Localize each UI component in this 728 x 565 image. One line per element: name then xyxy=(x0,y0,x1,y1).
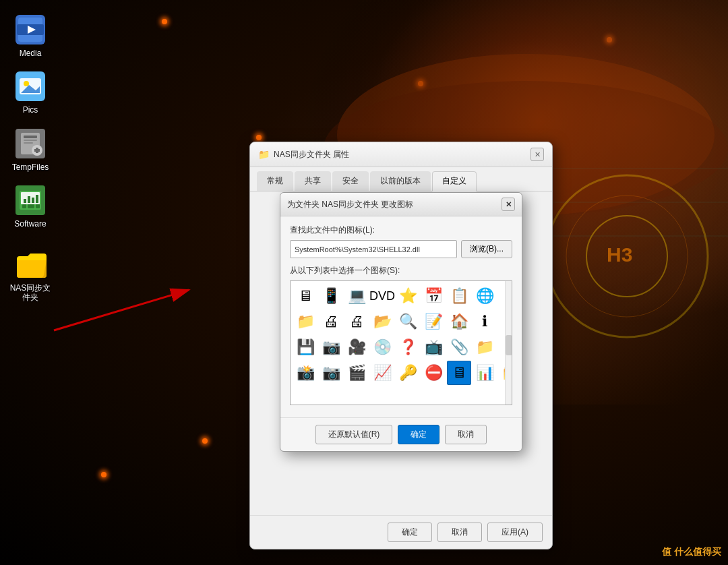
cid-ok-button[interactable]: 确定 xyxy=(398,425,439,444)
media-icon xyxy=(14,13,47,46)
tempfiles-icon xyxy=(14,127,47,160)
icon-cell-12[interactable]: 📂 xyxy=(370,309,394,334)
cid-close-button[interactable]: ✕ xyxy=(502,198,515,211)
media-label: Media xyxy=(20,49,42,58)
properties-close-button[interactable]: ✕ xyxy=(530,148,544,161)
icon-cell-21[interactable]: 💿 xyxy=(370,335,394,359)
cid-path-row: 浏览(B)... xyxy=(290,240,512,258)
svg-text:H3: H3 xyxy=(607,243,632,266)
cid-browse-button[interactable]: 浏览(B)... xyxy=(461,240,512,258)
icon-cell-32[interactable]: ⛔ xyxy=(421,361,446,385)
icon-cell-20[interactable]: 🎥 xyxy=(344,335,369,359)
icon-cell-27[interactable]: 📸 xyxy=(293,361,317,385)
titlebar-left: 📁 NAS同步文件夹 属性 xyxy=(258,149,349,160)
cid-titlebar: 为文件夹 NAS同步文件夹 更改图标 ✕ xyxy=(280,193,522,216)
icon-cell-30[interactable]: 📈 xyxy=(370,361,394,385)
icon-cell-0[interactable]: 🖥 xyxy=(293,284,317,308)
icon-cell-10[interactable]: 🖨 xyxy=(319,309,343,334)
icon-grid-container[interactable]: 🖥 📱 💻 DVD ⭐ 📅 📋 🌐 ❓ 📁 🖨 🖨 📂 🔍 📝 xyxy=(290,280,512,405)
change-icon-dialog: 为文件夹 NAS同步文件夹 更改图标 ✕ 查找此文件中的图标(L): 浏览(B)… xyxy=(280,192,522,452)
tab-previous[interactable]: 以前的版本 xyxy=(370,171,431,191)
sparkle-1 xyxy=(162,19,167,24)
svg-point-16 xyxy=(24,81,29,86)
svg-rect-21 xyxy=(24,140,37,141)
tempfiles-label: TempFiles xyxy=(12,162,49,172)
tab-general[interactable]: 常规 xyxy=(257,171,293,191)
icon-cell-19[interactable]: 📷 xyxy=(319,335,343,359)
cid-title: 为文件夹 NAS同步文件夹 更改图标 xyxy=(287,199,413,210)
svg-rect-34 xyxy=(32,198,34,203)
icon-cell-28[interactable]: 📷 xyxy=(319,361,343,385)
pics-icon xyxy=(14,70,47,102)
svg-rect-35 xyxy=(36,195,38,203)
svg-rect-29 xyxy=(22,204,26,208)
icon-cell-16[interactable]: ℹ xyxy=(473,309,497,334)
pics-label: Pics xyxy=(23,105,38,115)
properties-footer: 确定 取消 应用(A) xyxy=(250,515,552,549)
icon-cell-34[interactable]: 📊 xyxy=(473,361,497,385)
tab-customize[interactable]: 自定义 xyxy=(432,171,477,191)
folder-icon-small: 📁 xyxy=(258,149,270,160)
icon-cell-3[interactable]: DVD xyxy=(370,284,394,308)
cid-content: 查找此文件中的图标(L): 浏览(B)... 从以下列表中选择一个图标(S): … xyxy=(280,216,522,417)
icon-cell-33[interactable]: 🖥 xyxy=(447,361,471,385)
properties-ok-button[interactable]: 确定 xyxy=(388,523,432,542)
svg-rect-22 xyxy=(24,142,33,144)
desktop-icons: Media Pics xyxy=(3,13,57,302)
red-arrow xyxy=(47,283,216,337)
icon-cell-4[interactable]: ⭐ xyxy=(396,284,420,308)
properties-cancel-button[interactable]: 取消 xyxy=(437,523,482,542)
icon-cell-22[interactable]: ❓ xyxy=(396,335,420,359)
icon-cell-14[interactable]: 📝 xyxy=(421,309,446,334)
icon-grid: 🖥 📱 💻 DVD ⭐ 📅 📋 🌐 ❓ 📁 🖨 🖨 📂 🔍 📝 xyxy=(291,281,512,388)
icon-cell-23[interactable]: 📺 xyxy=(421,335,446,359)
desktop: H3 Media xyxy=(0,0,728,565)
icon-cell-7[interactable]: 🌐 xyxy=(473,284,497,308)
icon-cell-11[interactable]: 🖨 xyxy=(344,309,369,334)
tab-security[interactable]: 安全 xyxy=(332,171,369,191)
sparkle-5 xyxy=(101,472,107,477)
nas-folder-icon xyxy=(14,248,47,280)
icon-cell-2[interactable]: 💻 xyxy=(344,284,369,308)
icon-cell-25[interactable]: 📁 xyxy=(473,335,497,359)
properties-title: NAS同步文件夹 属性 xyxy=(274,149,349,160)
svg-rect-33 xyxy=(28,196,30,203)
svg-line-37 xyxy=(54,290,189,330)
cid-path-input[interactable] xyxy=(290,240,457,258)
icon-cell-13[interactable]: 🔍 xyxy=(396,309,420,334)
icon-cell-6[interactable]: 📋 xyxy=(447,284,471,308)
icon-cell-24[interactable]: 📎 xyxy=(447,335,471,359)
desktop-icon-media[interactable]: Media xyxy=(3,13,57,58)
svg-rect-25 xyxy=(34,149,40,152)
properties-titlebar: 📁 NAS同步文件夹 属性 ✕ xyxy=(250,142,552,167)
nas-label: NAS同步文件夹 xyxy=(10,283,51,303)
cid-footer: 还原默认值(R) 确定 取消 xyxy=(280,417,522,451)
icon-cell-18[interactable]: 💾 xyxy=(293,335,317,359)
watermark: 值 什么值得买 xyxy=(662,546,721,558)
desktop-icon-pics[interactable]: Pics xyxy=(3,70,57,115)
icon-cell-5[interactable]: 📅 xyxy=(421,284,446,308)
properties-apply-button[interactable]: 应用(A) xyxy=(487,523,543,542)
desktop-icon-software[interactable]: Software xyxy=(3,184,57,229)
software-label: Software xyxy=(14,219,46,229)
cid-select-label: 从以下列表中选择一个图标(S): xyxy=(290,265,512,276)
desktop-icon-tempfiles[interactable]: TempFiles xyxy=(3,127,57,172)
icon-cell-15[interactable]: 🏠 xyxy=(447,309,471,334)
tab-share[interactable]: 共享 xyxy=(295,171,331,191)
svg-rect-30 xyxy=(28,204,34,208)
sparkle-4 xyxy=(202,438,208,444)
icon-cell-9[interactable]: 📁 xyxy=(293,309,317,334)
cid-cancel-button[interactable]: 取消 xyxy=(445,425,487,444)
properties-tabs: 常规 共享 安全 以前的版本 自定义 xyxy=(250,167,552,191)
icon-cell-1[interactable]: 📱 xyxy=(319,284,343,308)
svg-rect-31 xyxy=(36,204,40,208)
icon-cell-31[interactable]: 🔑 xyxy=(396,361,420,385)
cid-search-label: 查找此文件中的图标(L): xyxy=(290,225,512,236)
icon-cell-29[interactable]: 🎬 xyxy=(344,361,369,385)
svg-rect-20 xyxy=(24,136,37,138)
svg-rect-32 xyxy=(24,199,26,203)
cid-restore-button[interactable]: 还原默认值(R) xyxy=(315,425,393,444)
software-icon xyxy=(14,184,47,216)
